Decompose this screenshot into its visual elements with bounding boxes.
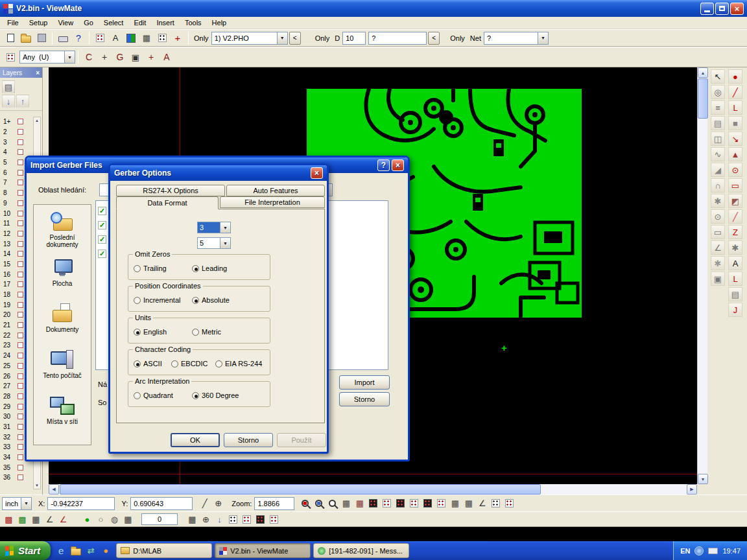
grid-c-icon[interactable]: ▦ — [448, 496, 462, 510]
zoom-field[interactable]: 1.8866 — [254, 497, 294, 510]
layer-checkbox[interactable] — [18, 302, 23, 308]
units-combo[interactable]: inch ▼ — [2, 497, 32, 510]
vertical-scroll-thumb[interactable] — [698, 78, 708, 119]
flash-tool-icon[interactable]: ✱ — [711, 194, 725, 208]
cancel-button[interactable]: Storno — [339, 392, 390, 406]
redraw-icon[interactable]: ◎ — [711, 85, 725, 99]
measure-text-icon[interactable]: A — [108, 30, 123, 46]
restore-button[interactable] — [715, 3, 729, 15]
layer-checkbox[interactable] — [18, 272, 23, 277]
language-indicator[interactable]: EN — [680, 547, 690, 555]
radio-label-ascii[interactable]: ASCII — [143, 360, 162, 368]
browser-icon[interactable]: ● — [99, 544, 112, 557]
zoom-in-icon[interactable] — [312, 496, 326, 510]
only-net-label[interactable]: Only — [447, 34, 468, 42]
layer-checkbox[interactable] — [18, 393, 23, 399]
scroll-down-icon[interactable]: ▼ — [698, 474, 708, 484]
layer-checkbox[interactable] — [18, 149, 23, 155]
grid-e-icon[interactable]: ▦ — [185, 513, 199, 526]
layer-checkbox[interactable] — [18, 129, 23, 135]
radio-quadrant[interactable] — [134, 392, 141, 399]
layer-checkbox[interactable] — [18, 353, 23, 358]
radio-label-incremental[interactable]: Incremental — [143, 296, 180, 304]
layer-checkbox[interactable] — [18, 251, 23, 257]
crosshair-select-icon[interactable]: + — [143, 49, 159, 65]
place-item-2[interactable]: Dokumenty — [34, 299, 91, 345]
chevron-down-icon[interactable]: ▼ — [277, 32, 287, 44]
move-layer-up-icon[interactable]: ↑ — [16, 95, 29, 108]
new-file-icon[interactable] — [3, 30, 18, 46]
a-select-icon[interactable]: A — [159, 49, 174, 65]
help-button[interactable]: ? — [377, 159, 390, 171]
sync-icon[interactable]: ⇄ — [84, 544, 97, 557]
close-button[interactable]: × — [311, 167, 323, 179]
film-pat3-icon[interactable] — [394, 496, 407, 510]
layer-checkbox[interactable] — [18, 281, 23, 287]
zoom-window-icon[interactable] — [326, 496, 339, 510]
sel-pat2-icon[interactable] — [240, 513, 254, 526]
fill-icon[interactable]: ▤ — [711, 116, 725, 130]
place-item-3[interactable]: Tento počítač — [34, 345, 91, 391]
active-dcode-field[interactable]: 0 — [141, 513, 178, 525]
origin-target-icon[interactable]: ⊕ — [211, 496, 225, 510]
layer-checkbox[interactable] — [18, 241, 23, 247]
pad-select-icon[interactable]: ▣ — [128, 49, 143, 65]
highlight-net-icon[interactable] — [154, 30, 170, 46]
chevron-down-icon[interactable]: ▼ — [538, 32, 548, 44]
keyboard-tray-icon[interactable] — [708, 548, 718, 554]
layer-row-1+[interactable]: 1+ — [0, 117, 34, 127]
layer-checkbox[interactable] — [18, 363, 23, 369]
menu-file[interactable]: File — [2, 18, 24, 28]
select-mode-combo[interactable]: Any (U) ▼ — [19, 51, 75, 64]
x-coordinate-field[interactable]: -0.942237 — [47, 497, 115, 510]
angle-red-icon[interactable]: ∠ — [56, 513, 70, 526]
grid-d-icon[interactable]: ▦ — [462, 496, 475, 510]
minimize-button[interactable] — [700, 3, 714, 15]
layer-checkbox[interactable] — [18, 373, 23, 379]
probe-filled-icon[interactable]: ◍ — [108, 513, 121, 526]
half-square-icon[interactable]: ◩ — [728, 194, 742, 208]
star-tool-icon[interactable]: ✱ — [711, 256, 725, 270]
text-a-icon[interactable]: A — [728, 256, 742, 270]
frame-icon[interactable]: ▭ — [728, 178, 742, 192]
radio-label-360-degree[interactable]: 360 Degree — [202, 391, 239, 399]
measure-diagonal-icon[interactable]: ╱ — [198, 496, 211, 510]
asterisk-icon[interactable]: ✱ — [728, 240, 742, 255]
menu-select[interactable]: Select — [99, 18, 129, 28]
add-trace-icon[interactable]: ╱ — [728, 85, 742, 99]
radio-ebcdic[interactable] — [171, 360, 178, 368]
layer-checkbox[interactable] — [18, 414, 23, 419]
add-flash-icon[interactable]: ● — [728, 69, 742, 84]
radio-leading[interactable] — [192, 265, 199, 272]
edit-aperture-icon[interactable]: + — [170, 30, 185, 46]
import-button[interactable]: Import — [339, 375, 390, 390]
drop-icon[interactable]: ↓ — [213, 513, 226, 526]
dcode-table-icon[interactable] — [92, 30, 108, 46]
help-mode-icon[interactable]: ? — [71, 30, 86, 46]
layer-checkbox[interactable] — [18, 292, 23, 298]
messenger-tray-icon[interactable] — [694, 546, 704, 555]
menu-insert[interactable]: Insert — [151, 18, 180, 28]
cancel-button[interactable]: Storno — [224, 433, 273, 447]
layer-checkbox[interactable] — [18, 220, 23, 226]
layer-checkbox[interactable] — [18, 383, 23, 389]
layer-checkbox[interactable] — [18, 190, 23, 196]
layer-list-icon[interactable]: ≡ — [711, 100, 725, 115]
file-checkbox[interactable]: ✓ — [98, 221, 106, 229]
panel-icon[interactable]: ◫ — [711, 132, 725, 146]
tab-rs274x-options[interactable]: RS274-X Options — [116, 185, 225, 196]
taskbar-button-2[interactable]: [191-482-091] - Mess... — [313, 543, 409, 558]
tab-file-interpretation[interactable]: File Interpretation — [220, 196, 325, 208]
layer-checkbox[interactable] — [18, 261, 23, 267]
close-panel-icon[interactable]: × — [36, 69, 40, 76]
radio-incremental[interactable] — [134, 297, 141, 304]
c-select-icon[interactable]: C — [81, 49, 97, 65]
film-pat8-icon[interactable] — [503, 496, 516, 510]
angle-measure-icon[interactable]: ∠ — [475, 496, 489, 510]
radio-ascii[interactable] — [134, 360, 141, 368]
film-pat7-icon[interactable] — [489, 496, 503, 510]
layer-checkbox[interactable] — [18, 159, 23, 165]
close-button[interactable]: × — [392, 159, 404, 171]
g-select-icon[interactable]: G — [112, 49, 128, 65]
radio-label-absolute[interactable]: Absolute — [202, 296, 230, 304]
